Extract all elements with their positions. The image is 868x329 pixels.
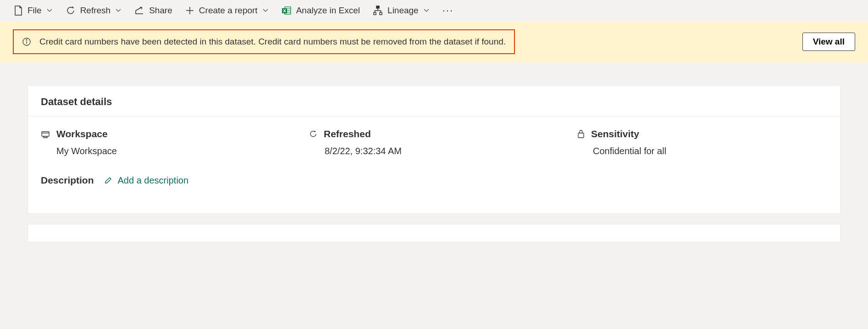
svg-rect-6 (374, 12, 376, 15)
add-description-link[interactable]: Add a description (104, 175, 189, 186)
toolbar: File Refresh Share Create a report (0, 0, 868, 21)
add-description-text: Add a description (118, 175, 189, 186)
plus-icon (185, 6, 194, 15)
workspace-label: Workspace (56, 128, 108, 139)
analyze-excel-label: Analyze in Excel (296, 6, 360, 16)
excel-icon (282, 6, 292, 16)
card-title: Dataset details (28, 86, 840, 117)
more-icon: ··· (442, 5, 453, 17)
description-row: Description Add a description (28, 175, 840, 213)
workspace-value: My Workspace (56, 146, 291, 156)
lineage-icon (373, 6, 383, 16)
share-icon (134, 6, 144, 15)
alert-highlight: Credit card numbers have been detected i… (13, 29, 515, 54)
svg-rect-10 (42, 132, 49, 136)
refresh-label: Refresh (80, 6, 111, 16)
create-report-button[interactable]: Create a report (185, 6, 269, 16)
description-label: Description (41, 175, 94, 186)
refreshed-label: Refreshed (324, 128, 371, 139)
svg-point-9 (26, 39, 27, 40)
refreshed-section: Refreshed 8/2/22, 9:32:34 AM (309, 128, 559, 156)
chevron-down-icon (423, 7, 430, 14)
lineage-label: Lineage (387, 6, 419, 16)
file-label: File (28, 6, 42, 16)
refresh-button[interactable]: Refresh (66, 6, 122, 16)
dataset-details-card: Dataset details Workspace My Workspace (28, 85, 840, 214)
sensitivity-value: Confidential for all (593, 146, 827, 156)
chevron-down-icon (46, 7, 53, 14)
pencil-icon (104, 176, 112, 184)
file-icon (14, 5, 23, 16)
content-area: Dataset details Workspace My Workspace (0, 62, 868, 251)
refresh-icon (309, 130, 317, 138)
sensitivity-section: Sensitivity Confidential for all (577, 128, 827, 156)
workspace-section: Workspace My Workspace (41, 128, 291, 156)
next-card (28, 224, 840, 242)
view-all-button[interactable]: View all (802, 33, 855, 51)
lock-icon (577, 129, 585, 139)
svg-rect-7 (380, 12, 382, 15)
svg-rect-11 (578, 133, 584, 138)
lineage-button[interactable]: Lineage (373, 6, 430, 16)
chevron-down-icon (262, 7, 269, 14)
sensitivity-label: Sensitivity (591, 128, 639, 139)
svg-rect-5 (376, 6, 379, 8)
info-icon (22, 37, 31, 46)
alert-message: Credit card numbers have been detected i… (39, 37, 506, 47)
file-menu[interactable]: File (14, 5, 53, 16)
chevron-down-icon (115, 7, 122, 14)
alert-banner: Credit card numbers have been detected i… (0, 21, 868, 62)
share-label: Share (149, 6, 172, 16)
workspace-icon (41, 130, 50, 138)
refreshed-value: 8/2/22, 9:32:34 AM (325, 146, 559, 156)
more-options-button[interactable]: ··· (442, 5, 453, 17)
create-report-label: Create a report (199, 6, 258, 16)
share-button[interactable]: Share (134, 6, 172, 16)
refresh-icon (66, 6, 76, 16)
analyze-excel-button[interactable]: Analyze in Excel (282, 6, 360, 16)
